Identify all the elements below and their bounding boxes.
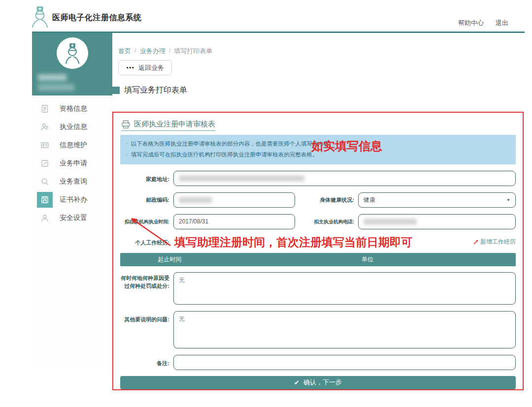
sidebar-item-label: 业务查询 (60, 177, 87, 186)
bullet-icon: · (126, 141, 128, 147)
id-card-icon (37, 137, 53, 153)
start-time-label: 拟在该机构执业时间: (120, 218, 169, 225)
help-center-link[interactable]: 帮助中心 (458, 19, 484, 28)
logout-link[interactable]: 退出 (496, 19, 508, 28)
ellipsis-icon: ⋯ (126, 65, 134, 70)
notice-text: 填写完成后可在拟执业医疗机构打印医师执业注册申请审核表的完整表格。 (131, 152, 318, 157)
punishment-label: 何时何地何种原因受过何种处罚或处分: (120, 272, 169, 290)
avatar-doctor-icon (63, 42, 82, 64)
remark-input[interactable] (173, 355, 516, 370)
user-icon (37, 210, 53, 226)
sidebar-menu: 资格信息 执业信息 信息维护 业务申请 (32, 95, 112, 227)
work-table-col-time: 起止时间 (120, 253, 219, 266)
form-panel: 医师执业注册申请审核表 ·以下表格为医师执业注册申请审核表的部分内容，也是需要医… (112, 112, 524, 390)
notice-box: ·以下表格为医师执业注册申请审核表的部分内容，也是需要医师个人填写的内容。 ·填… (120, 135, 516, 164)
redacted-value (364, 219, 417, 225)
breadcrumb-home[interactable]: 首页 (118, 47, 131, 56)
other-textarea[interactable]: 无 (173, 311, 516, 348)
chevron-down-icon: ▼ (506, 198, 510, 202)
annotation-registration-time: 填写助理注册时间，首次注册填写当前日期即可 (174, 235, 412, 250)
back-to-business-button[interactable]: ⋯ 返回业务 (118, 60, 172, 75)
sidebar-item-business-query[interactable]: 业务查询 (32, 172, 112, 190)
form-row-time-phone: 拟在该机构执业时间: 拟主执业机构电话: (120, 214, 516, 229)
sidebar-item-label: 执业信息 (60, 123, 87, 131)
health-status-value: 健康 (364, 196, 375, 204)
confirm-next-button[interactable]: ✔ 确认，下一步 (120, 376, 516, 389)
other-label: 其他要说明的问题: (120, 311, 169, 324)
health-status-label: 身体健康状况: (299, 196, 354, 204)
postal-code-label: 邮政编码: (120, 196, 169, 204)
start-time-input[interactable] (173, 214, 295, 229)
apply-icon (37, 156, 53, 171)
top-header: 医师电子化注册信息系统 帮助中心 退出 (0, 0, 532, 32)
redacted-value (179, 175, 304, 182)
form-row-work-history: 个人工作经历: 填写助理注册时间，首次注册填写当前日期即可 新增工作经历 (120, 234, 516, 250)
back-button-label: 返回业务 (138, 63, 164, 72)
page-title: 填写业务打印表单 (112, 85, 187, 95)
annotation-fill-truthfully: 如实填写信息 (311, 138, 382, 154)
practice-icon (37, 119, 53, 135)
sidebar-item-label: 信息维护 (60, 141, 87, 150)
sidebar-item-info-maintenance[interactable]: 信息维护 (32, 136, 112, 154)
punishment-textarea[interactable]: 无 (173, 272, 516, 305)
form-row-punishment: 何时何地何种原因受过何种处罚或处分: 无 (120, 272, 516, 305)
breadcrumb-business[interactable]: 业务办理 (140, 47, 166, 56)
sidebar-item-label: 安全设置 (60, 214, 87, 222)
redacted-user-name (38, 74, 66, 81)
page-title-text: 填写业务打印表单 (124, 85, 187, 95)
home-address-input[interactable] (173, 171, 516, 186)
form-row-remark: 备注: (120, 355, 516, 370)
confirm-next-label: 确认，下一步 (303, 378, 342, 387)
redacted-user-id (38, 84, 74, 91)
health-status-select[interactable]: 健康 ▼ (358, 192, 516, 208)
add-work-experience-link[interactable]: 新增工作经历 (473, 238, 516, 246)
avatar (57, 37, 88, 69)
app-title: 医师电子化注册信息系统 (52, 13, 142, 23)
check-icon: ✔ (294, 379, 299, 386)
sidebar-item-certificate-reissue[interactable]: 证书补办 (32, 190, 112, 209)
square-bullet-icon (112, 87, 120, 94)
breadcrumb-current: 填写打印表单 (174, 47, 212, 56)
form-title: 医师执业注册申请审核表 (121, 120, 215, 131)
sidebar-item-label: 资格信息 (60, 104, 87, 113)
breadcrumb-separator: / (169, 47, 171, 56)
redacted-value (179, 197, 212, 203)
org-phone-input[interactable] (358, 214, 516, 229)
form-row-postal-health: 邮政编码: 身体健康状况: 健康 ▼ (120, 192, 516, 208)
certificate-icon (37, 192, 53, 208)
form-row-other: 其他要说明的问题: 无 (120, 311, 516, 348)
sidebar-item-business-apply[interactable]: 业务申请 (32, 154, 112, 172)
postal-code-input[interactable] (173, 192, 295, 208)
notice-text: 以下表格为医师执业注册申请审核表的部分内容，也是需要医师个人填写的内容。 (131, 141, 335, 147)
sidebar: 资格信息 执业信息 信息维护 业务申请 (32, 33, 112, 367)
printer-icon (121, 120, 131, 128)
red-arrow-icon (473, 239, 479, 245)
breadcrumb-separator: / (134, 47, 136, 56)
sidebar-item-security-settings[interactable]: 安全设置 (32, 209, 112, 227)
home-address-label: 家庭地址: (120, 171, 169, 184)
query-icon (37, 174, 53, 189)
breadcrumb: 首页 / 业务办理 / 填写打印表单 (118, 47, 212, 56)
app-window: 医师电子化注册信息系统 帮助中心 退出 (0, 0, 532, 407)
work-history-label: 个人工作经历: (120, 234, 169, 247)
sidebar-item-label: 证书补办 (60, 195, 87, 204)
sidebar-user-card (32, 33, 112, 95)
form-row-home-address: 家庭地址: (120, 171, 516, 186)
form-title-text: 医师执业注册申请审核表 (134, 120, 215, 129)
remark-label: 备注: (120, 355, 169, 368)
header-links: 帮助中心 退出 (458, 19, 508, 28)
work-table-header: 起止时间 单位 (120, 253, 516, 266)
sidebar-item-label: 业务申请 (60, 159, 87, 168)
add-work-link-label: 新增工作经历 (480, 238, 516, 246)
org-phone-label: 拟主执业机构电话: (299, 218, 354, 225)
document-icon (37, 101, 53, 117)
bullet-icon: · (126, 152, 128, 157)
sidebar-item-qualification-info[interactable]: 资格信息 (32, 99, 112, 118)
sidebar-item-practice-info[interactable]: 执业信息 (32, 118, 112, 136)
doctor-logo-icon (31, 6, 49, 28)
work-history-area: 填写助理注册时间，首次注册填写当前日期即可 新增工作经历 (173, 234, 516, 250)
work-table-col-unit: 单位 (219, 253, 516, 266)
